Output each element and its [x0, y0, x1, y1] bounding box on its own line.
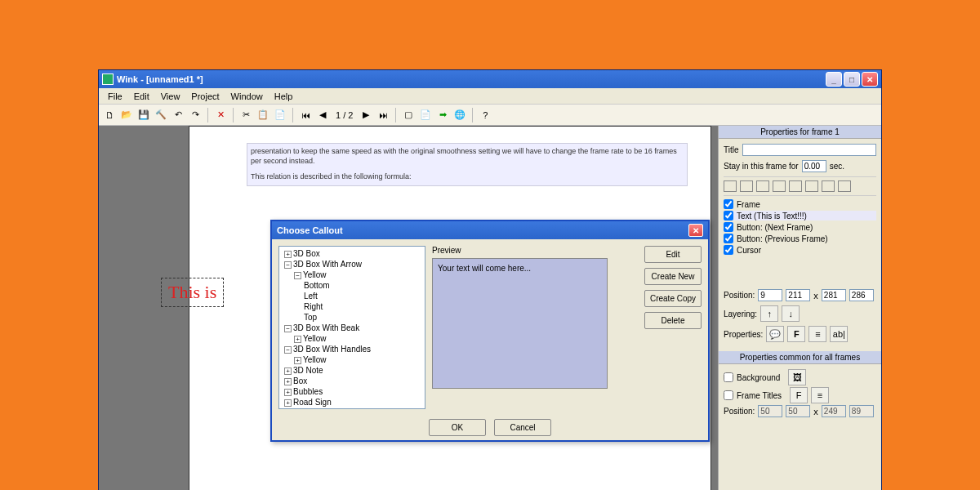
undo-icon[interactable]: ↶ [171, 108, 185, 122]
run-icon[interactable]: ➡ [435, 108, 450, 122]
dialog-title: Choose Callout [277, 225, 343, 235]
first-icon[interactable]: ⏮ [298, 108, 313, 122]
pos-w[interactable] [822, 289, 846, 301]
copy-icon[interactable]: 📋 [256, 108, 270, 122]
globe-icon[interactable]: 🌐 [452, 108, 467, 122]
panel2-header: Properties common for all frames [719, 351, 881, 364]
dialog-titlebar[interactable]: Choose Callout ✕ [272, 221, 708, 239]
properties-panel: Properties for frame 1 Title Stay in thi… [718, 126, 881, 490]
prop-icon[interactable] [756, 180, 769, 192]
pos-y[interactable] [786, 289, 810, 301]
prop-icon[interactable] [724, 180, 737, 192]
pos-x[interactable] [758, 289, 782, 301]
dialog-close-button[interactable]: ✕ [688, 224, 703, 237]
layer-label: Layering: [724, 310, 757, 318]
next-icon[interactable]: ▶ [359, 108, 373, 122]
preview-box: Your text will come here... [432, 258, 608, 389]
menu-window[interactable]: Window [225, 90, 269, 103]
pos-h[interactable] [849, 289, 874, 301]
menu-file[interactable]: File [102, 90, 128, 103]
chk-prev[interactable] [724, 234, 733, 243]
callout-tree[interactable]: +3D Box −3D Box With Arrow −Yellow Botto… [278, 246, 425, 409]
delete-icon[interactable]: ✕ [213, 108, 228, 122]
chk-ft[interactable] [724, 390, 733, 400]
chk-cursor[interactable] [724, 245, 733, 255]
edit-button[interactable]: Edit [644, 246, 702, 263]
titlebar[interactable]: Wink - [unnamed1 *] _ □ ✕ [99, 70, 881, 88]
ft-font-icon[interactable]: F [790, 387, 808, 403]
new-icon[interactable]: 🗋 [102, 108, 117, 122]
ft-align-icon[interactable]: ≡ [811, 387, 829, 403]
prop-icon[interactable] [822, 180, 835, 192]
pos2-w [822, 405, 846, 417]
cut-icon[interactable]: ✂ [238, 108, 253, 122]
text-object[interactable]: This is [161, 278, 224, 307]
panel-header: Properties for frame 1 [719, 126, 881, 139]
menu-help[interactable]: Help [269, 90, 299, 103]
help-icon[interactable]: ? [478, 108, 492, 122]
menu-view[interactable]: View [155, 90, 186, 103]
paste-icon[interactable]: 📄 [273, 108, 287, 122]
sample-text: presentation to keep the same speed as w… [247, 143, 688, 186]
prop-icon[interactable] [773, 180, 786, 192]
prop-icon[interactable] [789, 180, 802, 192]
cancel-button[interactable]: Cancel [494, 419, 551, 436]
align-icon[interactable]: ≡ [808, 326, 826, 342]
prop-icon[interactable] [740, 180, 753, 192]
pos2-label: Position: [724, 407, 755, 416]
chk-frame[interactable] [724, 199, 733, 209]
callout-icon[interactable]: 💬 [766, 326, 784, 342]
layer-down[interactable]: ↓ [782, 305, 800, 322]
font-icon[interactable]: F [787, 326, 805, 342]
maximize-button[interactable]: □ [844, 72, 860, 87]
ok-button[interactable]: OK [429, 419, 486, 436]
menu-edit[interactable]: Edit [128, 90, 155, 103]
window-title: Wink - [unnamed1 *] [117, 74, 203, 84]
chk-next[interactable] [724, 222, 733, 232]
create-copy-button[interactable]: Create Copy [644, 290, 702, 307]
redo-icon[interactable]: ↷ [188, 108, 203, 122]
save-icon[interactable]: 💾 [136, 108, 151, 122]
pos2-x [758, 405, 782, 417]
edit-text-icon[interactable]: ab| [830, 326, 848, 342]
chk-bg[interactable] [724, 372, 733, 382]
pos2-h [849, 405, 874, 417]
toolbar: 🗋 📂 💾 🔨 ↶ ↷ ✕ ✂ 📋 📄 ⏮ ◀ 1 / 2 ▶ ⏭ ▢ 📄 ➡ … [99, 105, 881, 126]
stay-label: Stay in this frame for [724, 162, 799, 171]
layer-up[interactable]: ↑ [760, 305, 778, 322]
title-label: Title [724, 145, 739, 154]
preview-label: Preview [432, 246, 638, 255]
app-icon [102, 74, 114, 85]
props-label: Properties: [724, 330, 763, 339]
frame-icon[interactable]: ▢ [401, 108, 416, 122]
last-icon[interactable]: ⏭ [376, 108, 390, 122]
prop-icon[interactable] [838, 180, 851, 192]
prop-icon[interactable] [805, 180, 818, 192]
stay-unit: sec. [830, 162, 844, 171]
prev-icon[interactable]: ◀ [315, 108, 330, 122]
menubar: File Edit View Project Window Help [99, 88, 881, 105]
doc-icon[interactable]: 📄 [418, 108, 433, 122]
chk-text[interactable] [724, 211, 733, 220]
menu-project[interactable]: Project [185, 90, 225, 103]
minimize-button[interactable]: _ [826, 72, 842, 87]
bg-pick-icon[interactable]: 🖼 [788, 369, 806, 385]
page-indicator: 1 / 2 [332, 110, 356, 120]
choose-callout-dialog: Choose Callout ✕ +3D Box −3D Box With Ar… [270, 220, 710, 442]
pos-label: Position: [724, 291, 755, 300]
tool-icon[interactable]: 🔨 [154, 108, 168, 122]
delete-button[interactable]: Delete [644, 312, 702, 329]
close-button[interactable]: ✕ [862, 72, 878, 87]
open-icon[interactable]: 📂 [119, 108, 134, 122]
title-input[interactable] [742, 144, 876, 156]
stay-input[interactable] [802, 160, 826, 172]
create-new-button[interactable]: Create New [644, 268, 702, 285]
pos2-y [786, 405, 810, 417]
